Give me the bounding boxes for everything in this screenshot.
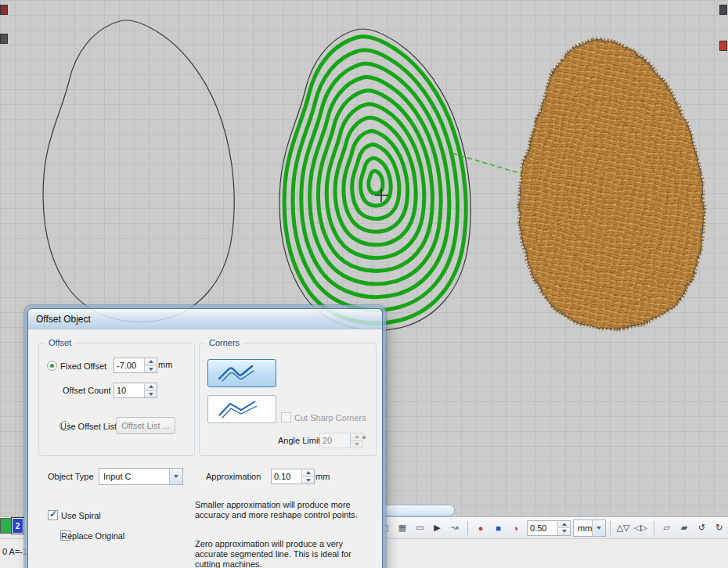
offset-object-dialog: Offset Object Offset Fixed Offset mm Off… — [27, 308, 383, 568]
application-window: { "dialog": { "title": "Offset Object", … — [0, 0, 728, 568]
use-spiral-checkbox[interactable] — [48, 510, 58, 520]
dialog-body: Offset Fixed Offset mm Offset Count — [28, 329, 382, 568]
spin-down-button[interactable] — [302, 476, 314, 484]
spin-down-button[interactable] — [145, 390, 157, 398]
cut-sharp-corners-label: Cut Sharp Corners — [294, 413, 366, 422]
cut-sharp-corners-checkbox[interactable] — [281, 412, 291, 422]
palette-color-green[interactable] — [0, 518, 12, 534]
approximation-label: Approximation — [206, 472, 261, 481]
angle-limit-unit-label: ° — [362, 434, 366, 444]
toolbar-separator — [467, 521, 468, 535]
rotate-cw-icon[interactable]: ↻ — [712, 519, 727, 537]
combo-dropdown-button[interactable] — [592, 520, 605, 536]
use-offset-list-label: Use Offset List — [60, 422, 117, 431]
approximation-unit-label: mm — [315, 472, 330, 481]
fixed-offset-label: Fixed Offset — [60, 361, 106, 371]
show-hoop-icon[interactable]: ▭ — [412, 519, 427, 537]
offset-group-label: Offset — [45, 338, 74, 347]
spin-up-button[interactable] — [351, 433, 362, 440]
flip-vertical-icon[interactable]: △▽ — [615, 519, 631, 537]
sharp-corners-button[interactable] — [207, 395, 276, 423]
offset-count-input[interactable] — [114, 383, 144, 397]
rounded-corners-button[interactable] — [207, 359, 276, 387]
object-type-label: Object Type — [48, 472, 94, 481]
use-spiral-label: Use Spiral — [61, 511, 101, 520]
fixed-offset-input[interactable] — [114, 358, 144, 372]
spin-down-button[interactable] — [145, 365, 157, 373]
approximation-input[interactable] — [272, 469, 301, 484]
fixed-offset-radio[interactable] — [47, 361, 57, 371]
stitch-player-icon[interactable]: ▶ — [429, 519, 445, 537]
dialog-title: Offset Object — [36, 314, 91, 325]
start-point-icon[interactable]: ● — [473, 519, 488, 537]
stitched-shape[interactable] — [520, 39, 703, 329]
color-palette: 2 — [0, 518, 23, 534]
units-combobox[interactable]: mm — [573, 519, 606, 537]
spin-up-button[interactable] — [302, 469, 314, 476]
offset-count-spinner — [114, 383, 157, 398]
swap-points-icon[interactable]: ◑ — [508, 519, 524, 537]
rotate-ccw-icon[interactable]: ↺ — [694, 519, 709, 537]
flip-horizontal-icon[interactable]: ◁▷ — [632, 519, 648, 537]
skew-left-icon[interactable]: ▱ — [659, 519, 675, 537]
zero-approximation-help-text: Zero approximation will produce a very a… — [195, 539, 375, 568]
offset-list-button[interactable]: Offset List ... — [116, 417, 175, 434]
toolbar-separator — [610, 521, 611, 535]
spin-down-button[interactable] — [351, 440, 362, 448]
sharp-corners-icon — [216, 400, 268, 419]
horizontal-scrollbar-thumb[interactable] — [381, 505, 455, 516]
palette-color-current[interactable]: 2 — [12, 518, 23, 534]
end-point-icon[interactable]: ■ — [490, 519, 506, 537]
connectors-icon[interactable]: ↝ — [447, 519, 463, 537]
object-type-value: Input C — [99, 472, 169, 481]
angle-limit-label: Angle Limit — [278, 436, 320, 445]
fixed-offset-spinner — [114, 358, 157, 373]
spin-down-button[interactable] — [558, 527, 570, 535]
angle-limit-spinner — [319, 433, 363, 448]
toolbar-separator — [654, 521, 654, 535]
stitch-length-input[interactable] — [528, 521, 557, 535]
docked-toolbar-fragment-icon — [0, 34, 8, 44]
skew-right-icon[interactable]: ▰ — [676, 519, 692, 537]
offset-group: Offset Fixed Offset mm Offset Count — [38, 343, 195, 456]
approximation-help-text: Smaller approximation will produce more … — [195, 500, 375, 520]
fixed-offset-unit-label: mm — [158, 360, 172, 369]
angle-limit-input[interactable] — [320, 433, 350, 448]
corners-group-label: Corners — [206, 338, 243, 347]
show-grid-icon[interactable]: ▦ — [395, 519, 410, 537]
docked-toolbar-fragment-icon — [719, 5, 727, 15]
stitch-length-spinner — [527, 520, 571, 536]
spin-up-button[interactable] — [145, 358, 157, 365]
units-value: mm — [574, 523, 592, 533]
spin-up-button[interactable] — [558, 521, 570, 528]
dialog-titlebar[interactable]: Offset Object — [28, 309, 382, 329]
corners-group: Corners Cut Sharp Corners Angle Limit — [199, 343, 377, 456]
replace-original-label: Replace Original — [61, 531, 124, 541]
rounded-corners-icon — [216, 364, 268, 383]
approximation-spinner — [271, 469, 315, 484]
object-type-combobox[interactable]: Input C — [99, 468, 183, 485]
combo-dropdown-button[interactable] — [169, 469, 182, 484]
offset-count-label: Offset Count — [63, 386, 111, 395]
outline-shape[interactable] — [43, 20, 234, 322]
spin-up-button[interactable] — [145, 383, 157, 390]
offset-spiral-shape[interactable] — [279, 29, 470, 331]
docked-toolbar-fragment-icon — [719, 41, 727, 51]
docked-toolbar-fragment-icon — [0, 5, 8, 15]
